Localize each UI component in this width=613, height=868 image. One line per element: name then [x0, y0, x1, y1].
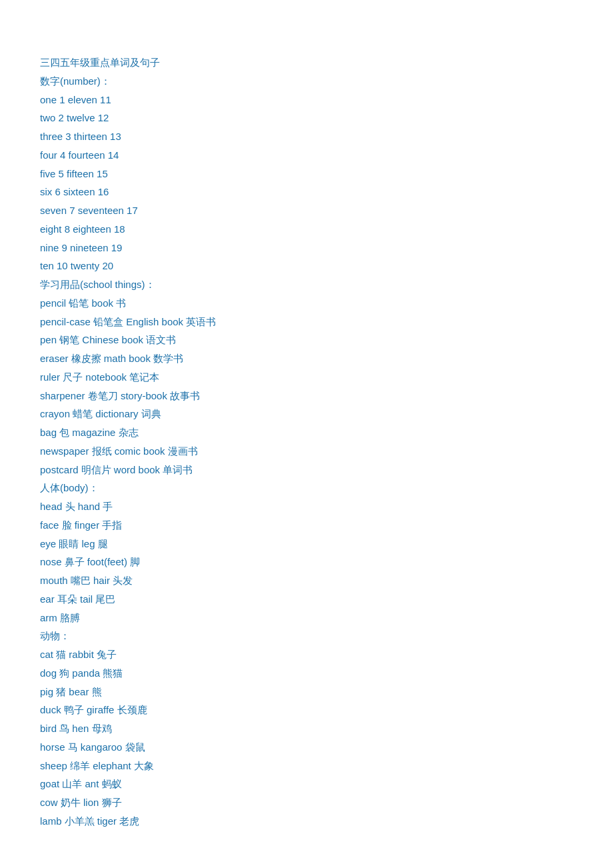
section-0-line-2: three 3 thirteen 13 [40, 127, 573, 146]
section-1-line-4: ruler 尺子 notebook 笔记本 [40, 368, 573, 387]
section-0-line-5: six 6 sixteen 16 [40, 183, 573, 201]
section-3-line-7: goat 山羊 ant 蚂蚁 [40, 775, 573, 793]
section-0-line-3: four 4 fourteen 14 [40, 146, 573, 165]
section-2-line-4: mouth 嘴巴 hair 头发 [40, 571, 573, 590]
section-1-line-5: sharpener 卷笔刀 story-book 故事书 [40, 387, 573, 405]
section-heading-1: 学习用品(school things)： [40, 275, 573, 294]
section-3-line-3: duck 鸭子 giraffe 长颈鹿 [40, 701, 573, 719]
section-0-line-7: eight 8 eighteen 18 [40, 220, 573, 239]
section-1-line-2: pen 钢笔 Chinese book 语文书 [40, 331, 573, 349]
section-heading-3: 动物： [40, 627, 573, 645]
section-2-line-5: ear 耳朵 tail 尾巴 [40, 590, 573, 609]
section-0-line-6: seven 7 seventeen 17 [40, 201, 573, 220]
section-1-line-9: postcard 明信片 word book 单词书 [40, 461, 573, 479]
section-3-line-1: dog 狗 panda 熊猫 [40, 664, 573, 683]
section-heading-2: 人体(body)： [40, 479, 573, 497]
section-3-line-9: lamb 小羊羔 tiger 老虎 [40, 812, 573, 831]
section-1-line-8: newspaper 报纸 comic book 漫画书 [40, 442, 573, 461]
section-heading-0: 数字(number)： [40, 72, 573, 91]
section-1-line-6: crayon 蜡笔 dictionary 词典 [40, 405, 573, 423]
section-0-line-4: five 5 fifteen 15 [40, 165, 573, 183]
section-0-line-9: ten 10 twenty 20 [40, 257, 573, 275]
section-0-line-8: nine 9 nineteen 19 [40, 239, 573, 257]
section-3-line-0: cat 猫 rabbit 兔子 [40, 645, 573, 664]
section-2-line-6: arm 胳膊 [40, 609, 573, 627]
section-2-line-3: nose 鼻子 foot(feet) 脚 [40, 553, 573, 571]
section-1-line-0: pencil 铅笔 book 书 [40, 294, 573, 313]
section-3-line-4: bird 鸟 hen 母鸡 [40, 719, 573, 738]
section-0-line-0: one 1 eleven 11 [40, 91, 573, 109]
section-0-line-1: two 2 twelve 12 [40, 109, 573, 127]
section-1-line-1: pencil-case 铅笔盒 English book 英语书 [40, 313, 573, 331]
section-3-line-5: horse 马 kangaroo 袋鼠 [40, 738, 573, 757]
section-2-line-1: face 脸 finger 手指 [40, 516, 573, 535]
section-3-line-6: sheep 绵羊 elephant 大象 [40, 757, 573, 775]
section-3-line-8: cow 奶牛 lion 狮子 [40, 793, 573, 812]
main-content: 三四五年级重点单词及句子 数字(number)：one 1 eleven 11t… [40, 53, 573, 831]
section-1-line-3: eraser 橡皮擦 math book 数学书 [40, 349, 573, 368]
section-3-line-2: pig 猪 bear 熊 [40, 683, 573, 701]
section-2-line-2: eye 眼睛 leg 腿 [40, 535, 573, 553]
section-1-line-7: bag 包 magazine 杂志 [40, 423, 573, 442]
sections-container: 数字(number)：one 1 eleven 11two 2 twelve 1… [40, 72, 573, 831]
page-title: 三四五年级重点单词及句子 [40, 53, 573, 72]
section-2-line-0: head 头 hand 手 [40, 497, 573, 516]
